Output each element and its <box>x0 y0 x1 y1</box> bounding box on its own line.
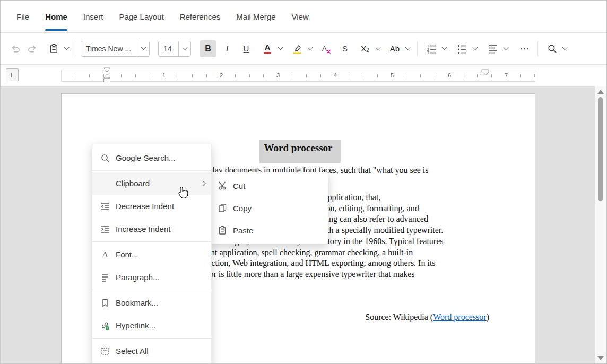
subscript-button[interactable]: X2 <box>357 40 374 57</box>
font-family-select[interactable]: Times New ... <box>81 41 150 57</box>
highlight-button[interactable] <box>289 40 306 57</box>
tab-stop-selector[interactable]: L <box>6 68 19 81</box>
numbered-list-dropdown[interactable] <box>440 40 448 57</box>
menu-item-select-all[interactable]: Select All <box>92 340 211 362</box>
tab-home[interactable]: Home <box>45 1 67 32</box>
highlight-dropdown[interactable] <box>306 40 314 57</box>
submenu-item-cut[interactable]: Cut <box>210 175 328 197</box>
bold-button[interactable]: B <box>200 40 216 57</box>
menu-separator <box>92 338 211 339</box>
subscript-split-button[interactable]: X2 <box>355 40 383 57</box>
tab-view[interactable]: View <box>292 1 309 32</box>
menu-item-increase-indent[interactable]: Increase Indent <box>92 218 211 240</box>
tab-insert[interactable]: Insert <box>83 1 103 32</box>
paste-dropdown[interactable] <box>62 40 71 57</box>
find-button[interactable] <box>543 40 560 57</box>
menu-item-google-search[interactable]: Google Search... <box>92 146 211 169</box>
paste-split-button[interactable] <box>44 40 72 57</box>
chevron-down-icon <box>182 45 187 50</box>
mouse-cursor <box>178 186 188 199</box>
submenu-arrow-icon <box>201 181 205 185</box>
underline-label: U <box>244 44 249 53</box>
tab-file[interactable]: File <box>16 1 29 32</box>
ruler: L 1 2 3 4 5 6 7 <box>1 65 606 86</box>
subscript-dropdown[interactable] <box>374 40 382 57</box>
change-case-button[interactable]: Ab <box>386 40 403 57</box>
menu-item-clipboard[interactable]: Clipboard <box>92 172 211 195</box>
subscript-two: 2 <box>366 47 369 53</box>
left-indent-marker[interactable] <box>102 67 112 85</box>
paste-button[interactable] <box>45 40 62 57</box>
strikethrough-button[interactable]: S <box>336 40 353 57</box>
redo-button[interactable] <box>24 40 41 57</box>
ruler-number: 2 <box>218 72 225 80</box>
change-case-split-button[interactable]: Ab <box>385 40 413 57</box>
submenu-item-paste[interactable]: Paste <box>210 219 328 241</box>
source-line: Source: Wikipedia (Word processor) <box>365 313 489 322</box>
scrollbar-thumb[interactable] <box>598 97 603 201</box>
ruler-ticks <box>62 74 535 77</box>
search-icon <box>100 153 110 163</box>
ruler-number: 4 <box>332 72 339 80</box>
font-family-dropdown[interactable] <box>137 41 149 56</box>
chevron-down-icon <box>307 45 313 50</box>
find-split-button[interactable] <box>542 40 570 57</box>
numbered-list-split-button[interactable]: 123 <box>422 40 449 57</box>
font-icon: A <box>100 249 110 260</box>
change-case-dropdown[interactable] <box>403 40 412 57</box>
menu-item-label: Cut <box>233 181 245 190</box>
align-button[interactable] <box>484 40 501 57</box>
font-color-dropdown[interactable] <box>276 40 284 57</box>
scroll-down-arrow[interactable] <box>597 356 604 360</box>
bullet-list-dropdown[interactable] <box>471 40 479 57</box>
wikipedia-hyperlink[interactable]: Word processor <box>433 313 486 322</box>
chevron-down-icon <box>562 45 567 50</box>
more-options-button[interactable]: ⋯ <box>516 40 533 57</box>
right-indent-marker[interactable] <box>481 69 490 76</box>
menu-item-decrease-indent[interactable]: Decrease Indent <box>92 195 211 218</box>
font-color-button[interactable]: A <box>259 40 276 57</box>
tab-mail-merge[interactable]: Mail Merge <box>236 1 275 32</box>
scroll-up-arrow[interactable] <box>597 90 604 94</box>
font-size-dropdown[interactable] <box>178 41 190 56</box>
menu-item-paragraph[interactable]: Paragraph... <box>92 266 211 289</box>
clear-format-button[interactable]: A <box>317 40 334 57</box>
submenu-item-copy[interactable]: Copy <box>210 197 328 219</box>
vertical-scrollbar[interactable] <box>595 86 606 363</box>
menu-item-bookmark[interactable]: Bookmark... <box>92 291 211 314</box>
increase-indent-icon <box>100 224 110 235</box>
tab-references[interactable]: References <box>180 1 221 32</box>
menu-item-hyperlink[interactable]: Hyperlink... <box>92 314 211 337</box>
toolbar-separator <box>417 41 418 56</box>
menu-separator <box>92 241 211 242</box>
menubar: File Home Insert Page Layout References … <box>1 1 606 33</box>
tab-page-layout[interactable]: Page Layout <box>119 1 163 32</box>
ruler-number: 3 <box>274 72 282 80</box>
font-size-select[interactable]: 14 <box>158 41 191 57</box>
bullet-list-button[interactable] <box>454 40 471 57</box>
bullet-list-icon <box>457 44 467 54</box>
undo-button[interactable] <box>7 40 24 57</box>
align-dropdown[interactable] <box>501 40 510 57</box>
bookmark-icon <box>100 298 110 308</box>
clipboard-submenu: Cut Copy Paste <box>209 172 328 244</box>
toolbar-separator <box>537 41 538 56</box>
numbered-list-button[interactable]: 123 <box>423 40 440 57</box>
menu-item-label: Clipboard <box>116 179 150 188</box>
italic-button[interactable]: I <box>219 40 236 57</box>
menu-item-label: Decrease Indent <box>116 202 174 211</box>
menu-item-label: Copy <box>233 204 252 213</box>
source-suffix: ) <box>487 313 489 322</box>
ruler-number: 5 <box>388 72 396 80</box>
find-dropdown[interactable] <box>560 40 569 57</box>
menu-item-font[interactable]: A Font... <box>92 243 211 266</box>
highlight-split-button[interactable] <box>288 40 315 57</box>
chevron-down-icon <box>64 45 69 50</box>
chevron-down-icon <box>141 45 146 50</box>
clear-format-icon: A <box>320 44 331 54</box>
align-split-button[interactable] <box>483 40 511 57</box>
bullet-list-split-button[interactable] <box>453 40 480 57</box>
font-color-swatch <box>264 52 271 54</box>
font-color-split-button[interactable]: A <box>258 40 285 57</box>
underline-button[interactable]: U <box>238 40 255 57</box>
